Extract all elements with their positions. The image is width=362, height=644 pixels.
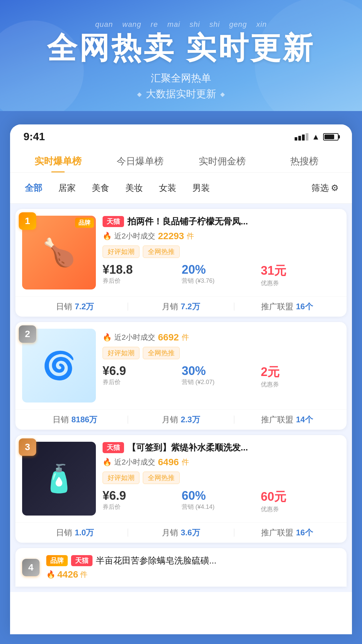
hero-subtitle1: 汇聚全网热单: [0, 71, 362, 85]
alliance-2: 推广联盟 14个: [234, 414, 340, 425]
price-main-3: ¥6.9: [103, 489, 182, 503]
price-label-2: 券后价: [103, 378, 182, 386]
platform-tag-1: 天猫: [103, 216, 124, 227]
product-1-stats: 日销 7.2万 月销 7.2万 推广联盟 16个: [15, 296, 347, 317]
cat-women[interactable]: 女装: [151, 179, 184, 197]
sales-label-1: 近2小时成交: [114, 231, 155, 241]
product-card-3[interactable]: 3 🧴 天猫 【可签到】紫缇补水柔顺洗发... 🔥 近2小时成交 6496 件: [15, 435, 347, 543]
price-row-2: ¥6.9 券后价 30% 营销 (¥2.07) 2元 优惠券: [103, 364, 340, 388]
monthly-sales-1: 月销 7.2万: [128, 301, 234, 312]
commission-sub-1: 营销 (¥3.76): [182, 277, 261, 285]
commission-2: 30%: [182, 364, 261, 378]
fire-icon-1: 🔥: [103, 232, 112, 240]
tab-today-hot[interactable]: 今日爆单榜: [99, 150, 181, 172]
commission-3: 60%: [182, 489, 261, 503]
coupon-label-2: 优惠券: [261, 380, 340, 388]
cat-food[interactable]: 美食: [84, 179, 117, 197]
tag-good-review-3: 好评如潮: [103, 472, 139, 484]
price-label-3: 券后价: [103, 503, 182, 511]
monthly-sales-value-3: 3.6万: [181, 527, 200, 538]
cat-home[interactable]: 居家: [50, 179, 84, 197]
daily-sales-label-2: 日销: [53, 414, 69, 425]
cat-all[interactable]: 全部: [17, 179, 50, 197]
fire-icon-2: 🔥: [103, 333, 112, 342]
status-bar: 9:41 ▲: [10, 124, 352, 146]
pinyin-row: quan wang re mai shi shi geng xin: [0, 20, 362, 29]
product-4-rank-wrap: 4: [22, 559, 40, 576]
hero-title: 全网热卖 实时更新: [0, 32, 362, 65]
product-card-4-partial[interactable]: 4 品牌 天猫 半亩花田苦参除螨皂洗脸硫磺... 🔥 4426 件: [15, 548, 347, 587]
product-card-2[interactable]: 2 🌀 🔥 近2小时成交 6692 件 好评如潮 全网热推: [15, 322, 347, 430]
commission-1: 20%: [182, 263, 261, 277]
wifi-icon: ▲: [312, 132, 320, 142]
daily-sales-label-1: 日销: [56, 301, 72, 312]
monthly-sales-2: 月销 2.3万: [128, 414, 234, 425]
rank-badge-2: 2: [19, 325, 36, 343]
price-main-2: ¥6.9: [103, 364, 182, 378]
product-3-image-wrap: 3 🧴: [22, 442, 96, 516]
fire-icon-3: 🔥: [103, 458, 112, 467]
cat-men[interactable]: 男装: [184, 179, 218, 197]
sales-count-1: 22293: [158, 231, 184, 241]
battery-icon: [323, 133, 339, 141]
tab-realtime-hot[interactable]: 实时爆单榜: [17, 150, 99, 172]
alliance-label-1: 推广联盟: [261, 301, 293, 312]
sales-unit-2: 件: [182, 332, 189, 342]
status-time: 9:41: [23, 130, 45, 143]
coupon-label-1: 优惠券: [261, 279, 340, 287]
pinyin-quan: quan: [95, 20, 113, 29]
coupon-3: 60元: [261, 489, 340, 505]
daily-sales-value-2: 8186万: [71, 414, 97, 425]
hero-section: quan wang re mai shi shi geng xin 全网热卖 实…: [0, 0, 362, 111]
cat-beauty[interactable]: 美妆: [117, 179, 151, 197]
pinyin-mai: mai: [167, 20, 180, 29]
pinyin-shi2: shi: [209, 20, 220, 29]
tab-commission[interactable]: 实时佣金榜: [181, 150, 263, 172]
monthly-sales-label-1: 月销: [162, 301, 178, 312]
sales-label-2: 近2小时成交: [114, 332, 155, 342]
product-3-emoji: 🧴: [42, 463, 76, 494]
pinyin-xin: xin: [256, 20, 267, 29]
tag-hot-push-3: 全网热推: [143, 472, 180, 484]
price-label-1: 券后价: [103, 277, 182, 285]
tab-hot-search[interactable]: 热搜榜: [263, 150, 345, 172]
alliance-label-2: 推广联盟: [261, 414, 293, 425]
pinyin-geng: geng: [229, 20, 247, 29]
product-title-4: 半亩花田苦参除螨皂洗脸硫磺...: [96, 555, 340, 567]
filter-button[interactable]: 筛选 ⚙: [305, 179, 345, 197]
platform-tag-3: 天猫: [103, 442, 124, 453]
sales-unit-3: 件: [182, 457, 189, 467]
daily-sales-2: 日销 8186万: [22, 414, 128, 425]
alliance-1: 推广联盟 16个: [234, 301, 340, 312]
pinyin-wang: wang: [122, 20, 141, 29]
coupon-2: 2元: [261, 364, 340, 380]
sales-count-3: 6496: [158, 457, 179, 468]
platform-tag-4: 天猫: [71, 555, 93, 566]
sales-count-2: 6692: [158, 332, 179, 343]
coupon-label-3: 优惠券: [261, 505, 340, 513]
product-card-1[interactable]: 1 🍗 品牌 天猫 拍两件！良品铺子柠檬无骨凤... 🔥 近2小时成交 2229…: [15, 209, 347, 317]
fire-icon-4: 🔥: [46, 570, 55, 579]
daily-sales-3: 日销 1.0万: [22, 527, 128, 538]
coupon-1: 31元: [261, 263, 340, 279]
monthly-sales-label-3: 月销: [162, 527, 178, 538]
filter-label: 筛选: [311, 182, 329, 194]
price-row-3: ¥6.9 券后价 60% 营销 (¥4.14) 60元 优惠券: [103, 489, 340, 513]
monthly-sales-label-2: 月销: [162, 414, 178, 425]
product-2-image-wrap: 2 🌀: [22, 329, 96, 402]
daily-sales-label-3: 日销: [56, 527, 72, 538]
daily-sales-value-3: 1.0万: [75, 527, 94, 538]
category-bar: 全部 居家 美食 美妆 女装 男装 筛选 ⚙: [10, 173, 352, 204]
product-1-image-wrap: 1 🍗 品牌: [22, 216, 96, 289]
brand-tag-4: 品牌: [46, 555, 68, 566]
tag-good-review-1: 好评如潮: [103, 246, 139, 258]
tag-hot-push-1: 全网热推: [143, 246, 180, 258]
product-3-info: 天猫 【可签到】紫缇补水柔顺洗发... 🔥 近2小时成交 6496 件 好评如潮…: [103, 442, 340, 513]
product-3-stats: 日销 1.0万 月销 3.6万 推广联盟 16个: [15, 522, 347, 543]
tag-row-3: 好评如潮 全网热推: [103, 472, 340, 484]
main-tabs: 实时爆单榜 今日爆单榜 实时佣金榜 热搜榜: [10, 146, 352, 173]
alliance-3: 推广联盟 16个: [234, 527, 340, 538]
daily-sales-count-1: 7.2万: [75, 301, 94, 312]
monthly-sales-value-2: 2.3万: [181, 414, 200, 425]
tag-good-review-2: 好评如潮: [103, 347, 139, 359]
